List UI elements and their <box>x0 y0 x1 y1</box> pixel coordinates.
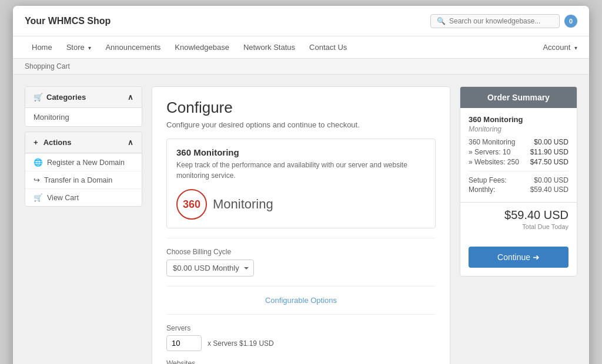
servers-price: x Servers $1.19 USD <box>208 339 274 348</box>
transfer-icon: ↪ <box>34 176 40 184</box>
nav-network-status[interactable]: Network Status <box>236 37 302 58</box>
summary-total-label: Total Due Today <box>469 223 568 230</box>
search-area: 🔍 0 <box>430 14 577 28</box>
category-monitoring[interactable]: Monitoring <box>25 108 142 126</box>
page-content: 🛒Categories ∧ Monitoring + Actions ∧ 🌐 R… <box>13 75 589 364</box>
nav-store[interactable]: Store ▾ <box>59 37 99 58</box>
billing-section: Choose Billing Cycle $0.00 USD Monthly <box>166 248 436 277</box>
configure-subtitle: Configure your desired options and conti… <box>166 120 436 129</box>
categories-section: 🛒Categories ∧ Monitoring <box>25 86 142 127</box>
summary-category: Monitoring <box>469 125 568 133</box>
product-logo: 360 Monitoring <box>176 189 426 220</box>
monthly-row: Monthly: $59.40 USD <box>469 186 568 194</box>
nav-account[interactable]: Account ▾ <box>543 43 577 52</box>
summary-product-name: 360 Monitoring <box>469 115 568 124</box>
search-icon: 🔍 <box>437 17 446 25</box>
actions-section: + Actions ∧ 🌐 Register a New Domain ↪ Tr… <box>25 132 142 207</box>
nav-announcements[interactable]: Announcements <box>98 37 168 58</box>
configure-panel: Configure Configure your desired options… <box>152 86 450 364</box>
product-info-box: 360 Monitoring Keep track of the perform… <box>166 139 436 228</box>
continue-wrapper: Continue ➜ <box>460 236 577 276</box>
setup-fees-row: Setup Fees: $0.00 USD <box>469 176 568 184</box>
logo-label: Monitoring <box>213 197 273 212</box>
search-input[interactable] <box>449 17 553 25</box>
configure-title: Configure <box>166 99 436 117</box>
summary-divider <box>469 171 568 171</box>
nav-knowledgebase[interactable]: Knowledgebase <box>168 37 236 58</box>
cart-small-icon: 🛒 <box>34 193 43 202</box>
transfer-domain-link[interactable]: ↪ Transfer in a Domain <box>25 171 142 188</box>
summary-total-section: $59.40 USD Total Due Today <box>460 202 577 236</box>
continue-button[interactable]: Continue ➜ <box>469 247 568 268</box>
chevron-up-icon-actions: ∧ <box>128 138 133 147</box>
register-domain-link[interactable]: 🌐 Register a New Domain <box>25 153 142 171</box>
summary-header: Order Summary <box>460 87 577 108</box>
browser-frame: Your WHMCS Shop 🔍 0 Home Store ▾ Announc… <box>13 6 589 364</box>
chevron-up-icon: ∧ <box>128 93 133 102</box>
nav-contact-us[interactable]: Contact Us <box>302 37 354 58</box>
billing-select[interactable]: $0.00 USD Monthly <box>166 259 254 277</box>
summary-line-0: 360 Monitoring $0.00 USD <box>469 138 568 146</box>
search-box: 🔍 <box>430 14 560 28</box>
brand-name: Your WHMCS Shop <box>25 16 111 26</box>
product-desc: Keep track of the performance and availa… <box>176 160 426 181</box>
summary-body: 360 Monitoring Monitoring 360 Monitoring… <box>460 108 577 202</box>
servers-option: Servers x Servers $1.19 USD <box>166 324 436 351</box>
globe-icon: 🌐 <box>34 158 43 167</box>
view-cart-link[interactable]: 🛒 View Cart <box>25 188 142 206</box>
main-nav: Home Store ▾ Announcements Knowledgebase… <box>13 36 589 59</box>
servers-input[interactable] <box>166 335 202 351</box>
summary-box: Order Summary 360 Monitoring Monitoring … <box>460 86 577 277</box>
order-summary: Order Summary 360 Monitoring Monitoring … <box>460 86 577 364</box>
arrow-right-icon: ➜ <box>533 252 540 262</box>
categories-header[interactable]: 🛒Categories ∧ <box>25 87 142 108</box>
websites-label: Websites <box>166 359 436 364</box>
breadcrumb: Shopping Cart <box>13 59 589 75</box>
main-area: Configure Configure your desired options… <box>152 86 450 364</box>
plus-icon: + <box>34 138 38 147</box>
servers-label: Servers <box>166 324 436 332</box>
divider-1 <box>166 238 436 238</box>
divider-2 <box>166 286 436 287</box>
top-nav: Your WHMCS Shop 🔍 0 <box>13 6 589 36</box>
billing-label: Choose Billing Cycle <box>166 248 436 256</box>
configurable-options-link[interactable]: Configurable Options <box>166 296 436 305</box>
summary-line-2: » Websites: 250 $47.50 USD <box>469 158 568 166</box>
sidebar: 🛒Categories ∧ Monitoring + Actions ∧ 🌐 R… <box>25 86 142 364</box>
product-name: 360 Monitoring <box>176 147 426 157</box>
summary-line-1: » Servers: 10 $11.90 USD <box>469 148 568 156</box>
cart-icon: 🛒 <box>34 93 43 102</box>
nav-home[interactable]: Home <box>25 37 59 58</box>
summary-total-amount: $59.40 USD <box>469 208 568 222</box>
actions-header[interactable]: + Actions ∧ <box>25 132 142 153</box>
cart-badge[interactable]: 0 <box>564 15 577 28</box>
divider-3 <box>166 314 436 315</box>
websites-option: Websites x Websites $0.19 USD <box>166 359 436 364</box>
logo-circle: 360 <box>176 189 207 220</box>
nav-links: Home Store ▾ Announcements Knowledgebase… <box>25 37 354 58</box>
